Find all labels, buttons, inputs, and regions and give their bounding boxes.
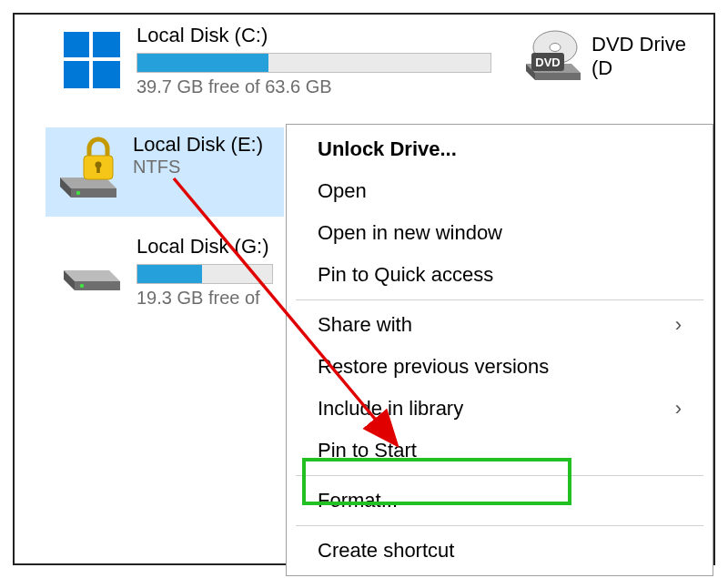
dvd-drive-icon: DVD: [522, 24, 584, 89]
menu-label: Open in new window: [318, 221, 502, 245]
menu-label: Share with: [318, 313, 412, 337]
menu-pin-quick-access[interactable]: Pin to Quick access: [287, 254, 713, 296]
menu-label: Format...: [318, 489, 398, 512]
svg-point-8: [550, 44, 561, 52]
menu-label: Pin to Start: [318, 439, 417, 462]
drive-context-menu: Unlock Drive... Open Open in new window …: [286, 124, 713, 576]
drive-c-capacity-bar: [136, 53, 491, 73]
drive-c-title: Local Disk (C:): [136, 24, 491, 47]
menu-restore-previous-versions[interactable]: Restore previous versions: [287, 346, 713, 388]
menu-label: Restore previous versions: [318, 355, 549, 379]
menu-open-new-window[interactable]: Open in new window: [287, 212, 713, 254]
menu-separator: [296, 299, 703, 300]
menu-share-with[interactable]: Share with ›: [287, 304, 713, 346]
locked-drive-icon: [55, 133, 126, 206]
menu-label: Pin to Quick access: [318, 263, 493, 287]
svg-point-21: [80, 284, 84, 288]
hard-drive-icon: [58, 235, 129, 308]
menu-unlock-drive[interactable]: Unlock Drive...: [287, 128, 713, 170]
svg-marker-5: [535, 73, 581, 80]
chevron-right-icon: ›: [675, 313, 682, 337]
drive-g-capacity-bar: [136, 264, 273, 284]
svg-point-14: [76, 191, 80, 195]
menu-label: Create shortcut: [318, 539, 454, 563]
svg-text:DVD: DVD: [535, 56, 560, 69]
menu-label: Unlock Drive...: [318, 137, 457, 161]
menu-separator: [296, 525, 703, 526]
svg-rect-0: [64, 32, 89, 57]
svg-rect-1: [93, 32, 120, 57]
menu-label: Open: [318, 179, 367, 203]
menu-label: Include in library: [318, 397, 463, 421]
drive-c-free-text: 39.7 GB free of 63.6 GB: [136, 76, 491, 97]
menu-format[interactable]: Format...: [287, 480, 713, 522]
drive-tile-c[interactable]: Local Disk (C:) 39.7 GB free of 63.6 GB: [49, 18, 500, 103]
svg-rect-3: [93, 61, 120, 88]
menu-open[interactable]: Open: [287, 170, 713, 212]
windows-drive-icon: [58, 24, 129, 96]
drive-tile-dvd[interactable]: DVD DVD Drive (D: [513, 18, 713, 95]
drive-dvd-title: DVD Drive (D: [592, 33, 704, 80]
svg-rect-17: [96, 165, 100, 173]
menu-create-shortcut[interactable]: Create shortcut: [287, 530, 713, 572]
menu-include-in-library[interactable]: Include in library ›: [287, 388, 713, 430]
window-frame: Local Disk (C:) 39.7 GB free of 63.6 GB …: [13, 13, 715, 565]
menu-separator: [296, 475, 703, 476]
menu-pin-to-start[interactable]: Pin to Start: [287, 430, 713, 472]
svg-rect-2: [64, 61, 89, 88]
chevron-right-icon: ›: [675, 397, 682, 421]
drive-tile-e[interactable]: Local Disk (E:) NTFS: [46, 127, 284, 217]
explorer-drive-pane: Local Disk (C:) 39.7 GB free of 63.6 GB …: [15, 15, 713, 563]
